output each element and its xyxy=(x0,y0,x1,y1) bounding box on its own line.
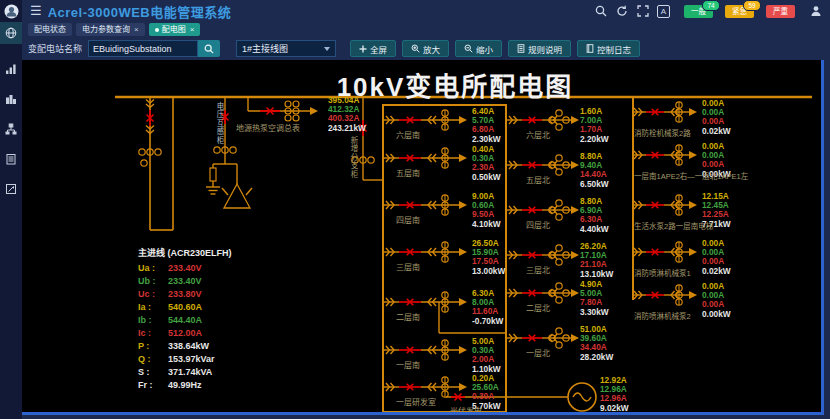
station-name-label: 变配电站名称 xyxy=(28,42,82,55)
feeder-label: 五层南 xyxy=(396,167,420,178)
feeder-label: 四层南 xyxy=(396,214,420,225)
fullscreen-button[interactable]: 全屏 xyxy=(350,40,396,57)
sidebar-item-overview[interactable] xyxy=(0,22,22,44)
mainline-row-value: 540.60A xyxy=(168,301,202,314)
mainline-row: Uc :233.80V xyxy=(138,288,232,301)
tab-bar: 配电状态电力参数查询×配电图× xyxy=(22,22,830,37)
mainline-row-value: 49.99Hz xyxy=(168,379,202,392)
mainline-row: Ib :544.40A xyxy=(138,314,232,327)
mainline-row: Q :153.97kVar xyxy=(138,353,232,366)
mainline-row-value: 233.40V xyxy=(168,275,202,288)
feeder-values: 0.40A0.30A2.30A0.50kW xyxy=(472,145,501,182)
sidebar-item-report[interactable] xyxy=(0,148,22,170)
sidebar xyxy=(0,0,22,419)
sidebar-item-edit[interactable] xyxy=(0,178,22,200)
tab-配电状态[interactable]: 配电状态 xyxy=(28,23,72,36)
feeder-label: 三层南 xyxy=(396,261,420,272)
value-p: 13.10kW xyxy=(580,270,613,279)
control-log-button-label: 控制日志 xyxy=(597,43,631,55)
feeder-values: 8.80A6.90A6.30A4.40kW xyxy=(580,197,609,234)
sidebar-item-devices[interactable] xyxy=(0,118,22,140)
mainline-row: Ic :512.00A xyxy=(138,327,232,340)
zoom-in-icon xyxy=(411,44,420,53)
language-icon[interactable]: A xyxy=(657,5,670,18)
zoom-out-button-label: 缩小 xyxy=(476,43,493,55)
control-log-button[interactable]: 控制日志 xyxy=(577,40,640,57)
value-p: 0.02kW xyxy=(702,127,731,136)
value-p: 0.00kW xyxy=(702,310,731,319)
rules-button[interactable]: 规则说明 xyxy=(508,40,571,57)
feeder-values: 4.90A5.00A7.80A3.30kW xyxy=(580,280,609,317)
device-tree-icon xyxy=(5,123,17,135)
active-tab-dot xyxy=(155,28,159,32)
station-search-button[interactable] xyxy=(198,40,220,57)
alarm-chip-一般[interactable]: 一般74 xyxy=(684,5,713,18)
refresh-icon[interactable] xyxy=(615,5,628,18)
zoom-in-button[interactable]: 放大 xyxy=(402,40,449,57)
tab-close-icon[interactable]: × xyxy=(190,23,195,36)
station-name-input[interactable] xyxy=(88,40,198,57)
feeder-label: 消防喷淋机械泵1 xyxy=(634,267,691,278)
report-icon xyxy=(5,153,17,165)
new-branch-label: 新增分支柜 xyxy=(348,136,359,179)
heat-pump-values: 395.04A412.32A400.32A243.21kW xyxy=(328,96,366,133)
edit-icon xyxy=(5,183,17,195)
feeder-label: 一层南 xyxy=(396,359,420,370)
feeder-values: 26.50A15.90A17.50A13.00kW xyxy=(472,239,505,276)
avatar-icon xyxy=(4,4,19,19)
mainline-row: Ua :233.40V xyxy=(138,262,232,275)
hamburger-menu-icon[interactable]: ☰ xyxy=(30,0,42,22)
sidebar-item-statistics[interactable] xyxy=(0,88,22,110)
value-p: 6.50kW xyxy=(580,180,609,189)
fullscreen-icon[interactable] xyxy=(636,5,649,18)
mainline-row-label: Ic : xyxy=(138,327,168,340)
alarm-count-badge: 59 xyxy=(743,0,761,11)
mainline-row-label: Uc : xyxy=(138,288,168,301)
feeder-label: 一层北 xyxy=(526,347,550,358)
search-icon[interactable] xyxy=(594,5,607,18)
value-p: 243.21kW xyxy=(328,124,366,133)
pv-values: 12.92A12.96A12.96A9.02kW xyxy=(600,376,629,413)
mainline-row-label: Ub : xyxy=(138,275,168,288)
feeder-values: 0.00A0.00A0.00A0.00kW xyxy=(702,282,731,319)
alarm-chip-紧急[interactable]: 紧急59 xyxy=(725,5,754,18)
alarm-count-badge: 74 xyxy=(702,0,720,11)
zoom-out-icon xyxy=(464,44,473,53)
diagram-select[interactable]: 1#主接线图 xyxy=(236,40,336,57)
one-line-diagram-canvas[interactable]: 10kV变电所配电图 主进线 (ACR230ELFH) Ua :233.40VU… xyxy=(22,60,824,415)
tab-close-icon[interactable]: × xyxy=(134,23,139,36)
signal-bars-icon xyxy=(5,63,17,75)
user-avatar[interactable] xyxy=(0,0,22,22)
mainline-row-value: 512.00A xyxy=(168,327,202,340)
feeder-label: 消防栓机械泵2路 xyxy=(634,127,691,138)
value-p: 2.30kW xyxy=(472,135,501,144)
plus-icon xyxy=(359,45,367,53)
feeder-values: 8.80A9.40A14.40A6.50kW xyxy=(580,152,609,189)
user-icon[interactable] xyxy=(809,5,822,18)
tab-电力参数查询[interactable]: 电力参数查询× xyxy=(76,23,145,36)
zoom-out-button[interactable]: 缩小 xyxy=(455,40,502,57)
mainline-row: P :338.64kW xyxy=(138,340,232,353)
pt-cabinet-label: 电压互感柜 xyxy=(214,102,225,145)
mainline-row-value: 544.40A xyxy=(168,314,202,327)
feeder-label: 三层北 xyxy=(526,264,550,275)
feeder-label: 四层北 xyxy=(526,219,550,230)
value-p: 13.00kW xyxy=(472,267,505,276)
zoom-in-button-label: 放大 xyxy=(423,43,440,55)
feeder-label: 六层南 xyxy=(396,129,420,140)
feeder-label: 五层北 xyxy=(526,174,550,185)
tab-label: 配电状态 xyxy=(34,23,66,36)
tab-label: 电力参数查询 xyxy=(82,23,130,36)
pv-label: 光伏发电 xyxy=(450,405,482,415)
sidebar-item-realtime[interactable] xyxy=(0,58,22,80)
feeder-label: 二层南 xyxy=(396,311,420,322)
feeder-label: 一层南1APE2右—一层北1APE1左 xyxy=(634,170,748,181)
alarm-chips: 一般74紧急59严重 xyxy=(684,5,795,18)
tab-配电图[interactable]: 配电图× xyxy=(149,23,201,36)
main-incoming-readouts: 主进线 (ACR230ELFH) Ua :233.40VUb :233.40VU… xyxy=(138,246,232,392)
mainline-row-label: Fr : xyxy=(138,379,168,392)
log-icon xyxy=(586,44,594,53)
alarm-chip-严重[interactable]: 严重 xyxy=(766,5,795,18)
feeder-values: 5.00A0.30A2.00A1.10kW xyxy=(472,337,501,374)
mainline-row: Ub :233.40V xyxy=(138,275,232,288)
